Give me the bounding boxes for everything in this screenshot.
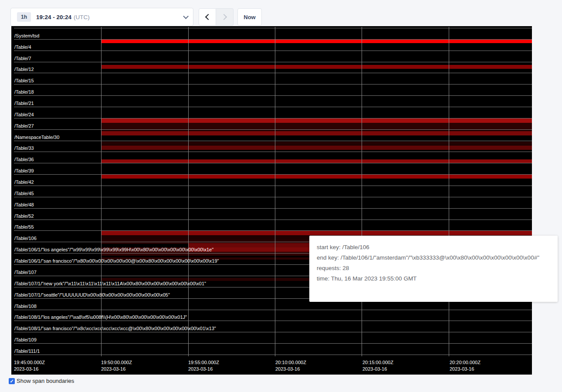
span-boundary-line [14, 174, 532, 175]
row-label: /Table/107/1/"seattle"/"UUUUUUD\x00\x80\… [14, 292, 170, 298]
row-label: /Table/106/1/"san francisco"/"\x80\x00\x… [14, 258, 219, 264]
row-label: /Table/109 [14, 337, 37, 343]
row-label: /Table/108 [14, 304, 37, 309]
span-boundary-line [14, 28, 532, 28]
row-label: /Table/106/1/"los angeles"/"\x99\x99\x99… [14, 247, 213, 253]
heat-band[interactable] [101, 142, 532, 145]
span-boundary-line [14, 332, 532, 332]
span-boundary-line [14, 107, 532, 107]
heat-band[interactable] [101, 118, 532, 123]
span-boundary-line [14, 355, 532, 355]
column-grid-line [188, 27, 189, 356]
axis-tick-time: 20:20:00.000Z [450, 359, 481, 366]
time-nav-group [199, 8, 234, 26]
axis-tick-time: 19:50:00.000Z [101, 359, 132, 366]
span-boundary-line [14, 129, 532, 130]
row-label: /Table/36 [14, 157, 34, 162]
row-label: /Table/7 [14, 56, 31, 61]
heat-band[interactable] [101, 231, 532, 235]
heat-band[interactable] [101, 131, 532, 135]
time-range-timezone: (UTC) [74, 14, 90, 20]
column-grid-line [362, 27, 362, 356]
toolbar: 1h 19:24 - 20:24 (UTC) Now [0, 0, 562, 26]
row-label: /Table/27 [14, 123, 34, 129]
axis-tick: 20:10:00.000Z2023-03-16 [275, 359, 306, 372]
axis-tick-time: 19:55:00.000Z [188, 359, 219, 366]
span-boundary-line [14, 321, 532, 321]
row-label: /Table/12 [14, 67, 34, 72]
row-label: /Table/48 [14, 202, 34, 208]
axis-tick-date: 2023-03-16 [275, 366, 306, 372]
span-boundary-line [14, 62, 532, 62]
span-boundary-line [14, 95, 532, 96]
row-label: /Table/106 [14, 236, 37, 241]
heat-band[interactable] [101, 145, 532, 150]
heat-band[interactable] [101, 40, 532, 43]
tooltip-start-key: start key: /Table/106 [317, 244, 550, 250]
span-boundary-line [14, 73, 532, 73]
row-label: /System/tsd [14, 33, 39, 39]
tooltip-time: time: Thu, 16 Mar 2023 19:55:00 GMT [317, 275, 550, 282]
axis-tick-time: 20:15:00.000Z [362, 359, 393, 366]
axis-tick-date: 2023-03-16 [188, 366, 219, 372]
span-boundary-line [14, 141, 532, 141]
chevron-right-icon [220, 14, 227, 20]
span-boundary-line [14, 51, 532, 51]
row-label: /Table/55 [14, 224, 34, 230]
now-button[interactable]: Now [237, 8, 262, 26]
show-span-boundaries-label: Show span boundaries [17, 378, 74, 384]
chevron-left-icon [205, 14, 211, 20]
tooltip-end-key: end key: /Table/106/1/"amsterdam"/"\xb33… [317, 254, 550, 261]
span-boundary-line [14, 230, 532, 231]
span-boundary-line [14, 310, 532, 310]
column-grid-line [449, 27, 449, 356]
row-label: /Table/15 [14, 78, 34, 84]
row-label: /Table/45 [14, 191, 34, 196]
row-label: /Table/111/1 [14, 348, 40, 354]
span-boundary-line [14, 118, 532, 118]
tooltip-requests: requests: 28 [317, 265, 550, 271]
axis-tick: 19:45:00.000Z2023-03-16 [14, 359, 45, 372]
span-boundary-line [14, 197, 532, 197]
row-label: /Table/33 [14, 145, 34, 151]
axis-tick-date: 2023-03-16 [101, 366, 132, 372]
previous-range-button[interactable] [199, 8, 216, 26]
span-boundary-line [14, 84, 532, 84]
row-label: /Table/107/1/"new york"/"\x11\x11\x11\x1… [14, 281, 206, 287]
span-boundary-line [14, 186, 532, 186]
span-boundary-line [14, 208, 532, 209]
time-range-duration-badge: 1h [17, 12, 31, 22]
key-visualizer-canvas[interactable]: /System/tsd/Table/4/Table/7/Table/12/Tab… [11, 26, 532, 375]
row-label: /Table/4 [14, 44, 31, 50]
chevron-down-icon [183, 14, 189, 19]
span-boundary-line [14, 343, 532, 344]
show-span-boundaries-checkbox[interactable]: ✓ [9, 378, 15, 384]
row-label: /Table/42 [14, 179, 34, 185]
axis-tick: 19:50:00.000Z2023-03-16 [101, 359, 132, 372]
row-label: /NamespaceTable/30 [14, 135, 59, 140]
row-label: /Table/107 [14, 270, 37, 275]
axis-tick: 20:20:00.000Z2023-03-16 [450, 359, 481, 372]
row-label: /Table/52 [14, 213, 34, 219]
span-boundary-line [14, 152, 532, 152]
heat-band[interactable] [101, 65, 532, 69]
row-label: /Table/18 [14, 89, 34, 95]
row-label: /Table/39 [14, 168, 34, 174]
time-range-select[interactable]: 1h 19:24 - 20:24 (UTC) [10, 8, 193, 26]
next-range-button-disabled[interactable] [216, 8, 234, 26]
axis-tick: 19:55:00.000Z2023-03-16 [188, 359, 219, 372]
footer: ✓ Show span boundaries [9, 378, 74, 384]
axis-tick-date: 2023-03-16 [362, 366, 393, 372]
axis-tick-date: 2023-03-16 [450, 366, 481, 372]
axis-tick-time: 20:10:00.000Z [275, 359, 306, 366]
heat-band[interactable] [101, 175, 532, 179]
axis-tick: 20:15:00.000Z2023-03-16 [362, 359, 393, 372]
row-label: /Table/21 [14, 101, 34, 106]
column-grid-line [275, 27, 275, 356]
axis-tick-time: 19:45:00.000Z [14, 359, 45, 366]
axis-tick-date: 2023-03-16 [14, 366, 45, 372]
hover-tooltip: start key: /Table/106 end key: /Table/10… [309, 236, 558, 302]
column-grid-line [101, 27, 102, 356]
row-label: /Table/24 [14, 112, 34, 118]
span-boundary-line [14, 220, 532, 220]
